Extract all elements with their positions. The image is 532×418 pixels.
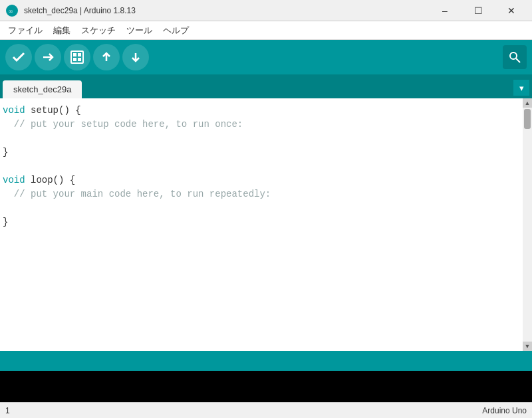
- minimize-button[interactable]: –: [430, 0, 460, 21]
- console-header: [0, 351, 532, 371]
- verify-button[interactable]: [5, 44, 32, 70]
- code-line-6: void: [3, 175, 25, 185]
- code-line-7: // put your main code here, to run repea…: [3, 189, 271, 199]
- menu-help[interactable]: ヘルプ: [158, 22, 194, 39]
- svg-line-8: [516, 58, 520, 62]
- maximize-button[interactable]: ☐: [463, 0, 493, 21]
- editor-container: void setup() { // put your setup code he…: [0, 98, 532, 351]
- svg-rect-5: [73, 58, 76, 61]
- tab-sketch[interactable]: sketch_dec29a: [3, 80, 82, 98]
- new-button[interactable]: [64, 44, 90, 70]
- editor-content[interactable]: void setup() { // put your setup code he…: [0, 98, 532, 235]
- menu-file[interactable]: ファイル: [3, 22, 48, 39]
- title-bar: ∞ sketch_dec29a | Arduino 1.8.13 – ☐ ✕: [0, 0, 532, 21]
- toolbar: [0, 40, 532, 74]
- menu-edit[interactable]: 編集: [48, 22, 76, 39]
- tabs-bar: sketch_dec29a ▾: [0, 74, 532, 98]
- chevron-down-icon: ▾: [519, 83, 524, 93]
- search-button[interactable]: [503, 45, 527, 69]
- upload-icon: [40, 49, 56, 65]
- code-line-2: // put your setup code here, to run once…: [3, 119, 243, 130]
- search-icon: [508, 51, 521, 64]
- menu-sketch[interactable]: スケッチ: [76, 22, 121, 39]
- verify-icon: [11, 49, 27, 65]
- window-title: sketch_dec29a | Arduino 1.8.13: [24, 6, 136, 15]
- code-line-1: void: [3, 105, 25, 116]
- menu-bar: ファイル 編集 スケッチ ツール ヘルプ: [0, 21, 532, 40]
- close-button[interactable]: ✕: [496, 0, 527, 21]
- arduino-logo-icon: ∞: [5, 4, 19, 17]
- tab-dropdown-button[interactable]: ▾: [513, 80, 529, 96]
- svg-point-7: [510, 52, 517, 59]
- status-bar: 1 Arduino Uno: [0, 402, 532, 418]
- title-bar-controls: – ☐ ✕: [430, 0, 527, 21]
- code-line-4: }: [3, 147, 8, 157]
- svg-rect-2: [71, 51, 83, 63]
- scrollbar-down-arrow[interactable]: ▼: [523, 342, 532, 351]
- svg-text:∞: ∞: [9, 8, 13, 15]
- scrollbar-up-arrow[interactable]: ▲: [523, 98, 532, 108]
- save-icon: [128, 49, 144, 65]
- vertical-scrollbar: ▲ ▼: [523, 98, 532, 351]
- save-button[interactable]: [122, 44, 149, 70]
- menu-tools[interactable]: ツール: [121, 22, 158, 39]
- status-line-number: 1: [5, 406, 10, 415]
- open-button[interactable]: [93, 44, 120, 70]
- scrollbar-thumb[interactable]: [524, 109, 531, 129]
- code-line-6b: loop() {: [25, 175, 76, 185]
- open-icon: [98, 49, 114, 65]
- new-icon: [70, 50, 84, 64]
- code-line-9: }: [3, 217, 8, 227]
- status-board: Arduino Uno: [482, 406, 527, 415]
- title-bar-left: ∞ sketch_dec29a | Arduino 1.8.13: [5, 4, 136, 17]
- upload-button[interactable]: [35, 44, 61, 70]
- svg-rect-6: [78, 58, 81, 61]
- svg-rect-4: [78, 53, 81, 56]
- code-line-1b: setup() {: [25, 105, 81, 116]
- svg-rect-3: [73, 53, 76, 56]
